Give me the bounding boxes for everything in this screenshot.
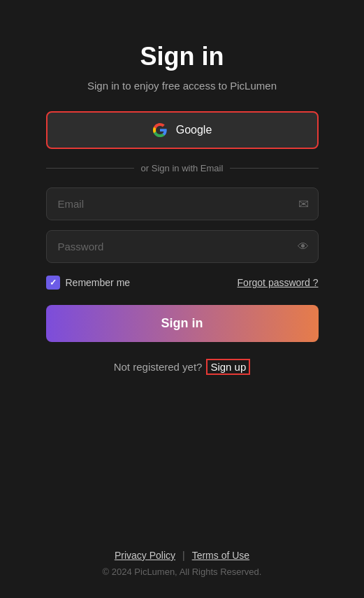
terms-of-use-link[interactable]: Terms of Use — [192, 550, 249, 561]
email-input[interactable] — [46, 187, 319, 220]
divider-text: or Sign in with Email — [141, 163, 224, 173]
google-icon — [152, 122, 168, 138]
page-title: Sign in — [140, 42, 224, 71]
footer-divider: | — [182, 550, 185, 561]
page-subtitle: Sign in to enjoy free access to PicLumen — [87, 80, 277, 92]
remember-me-checkbox[interactable]: Remember me — [46, 276, 131, 290]
footer: Privacy Policy | Terms of Use © 2024 Pic… — [14, 550, 350, 577]
divider-line-right — [230, 168, 318, 169]
form-area: Google or Sign in with Email ✉ 👁 — [46, 111, 319, 375]
checkbox-icon — [46, 276, 60, 290]
divider-row: or Sign in with Email — [46, 163, 319, 173]
google-button-label: Google — [176, 124, 212, 136]
footer-copyright: © 2024 PicLumen, All Rights Reserved. — [103, 567, 262, 577]
page-container: Sign in Sign in to enjoy free access to … — [0, 0, 364, 598]
email-input-group: ✉ — [46, 187, 319, 220]
options-row: Remember me Forgot password ? — [46, 276, 319, 290]
google-sign-in-button[interactable]: Google — [46, 111, 319, 149]
privacy-policy-link[interactable]: Privacy Policy — [115, 550, 175, 561]
forgot-password-link[interactable]: Forgot password ? — [238, 277, 319, 288]
register-row: Not registered yet? Sign up — [114, 359, 251, 375]
divider-line-left — [46, 168, 134, 169]
remember-me-label: Remember me — [66, 277, 131, 288]
main-content: Sign in Sign in to enjoy free access to … — [14, 42, 350, 375]
password-input[interactable] — [46, 230, 319, 263]
sign-in-button[interactable]: Sign in — [46, 305, 319, 342]
sign-up-link[interactable]: Sign up — [206, 359, 250, 375]
not-registered-text: Not registered yet? — [114, 361, 203, 373]
eye-icon[interactable]: 👁 — [298, 241, 309, 253]
password-input-group: 👁 — [46, 230, 319, 263]
footer-links: Privacy Policy | Terms of Use — [115, 550, 249, 561]
